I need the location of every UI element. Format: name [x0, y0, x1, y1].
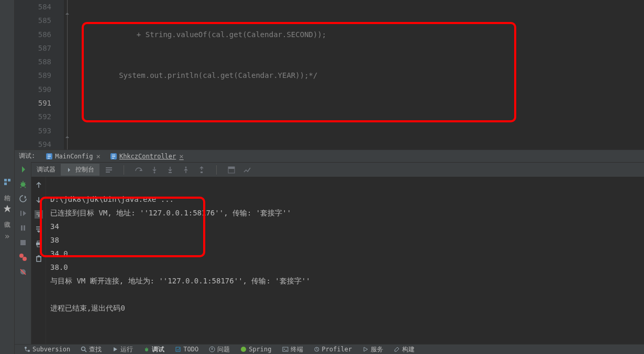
- tab-spring[interactable]: Spring: [235, 346, 276, 353]
- svg-point-24: [185, 166, 187, 168]
- tab-find[interactable]: 查找: [75, 345, 107, 354]
- svg-rect-21: [106, 172, 110, 173]
- close-icon[interactable]: ×: [96, 152, 100, 161]
- debug-tool-tabs: 调试: MainConfig × KhkczController ×: [15, 150, 644, 162]
- problems-icon: [209, 346, 215, 352]
- force-step-into-icon[interactable]: [166, 166, 174, 174]
- line-number: 588: [15, 55, 51, 68]
- code-text: + String.valueOf(cal.get(Calendar.SECOND…: [66, 30, 326, 39]
- step-into-icon[interactable]: [150, 166, 159, 174]
- terminal-icon: [282, 346, 288, 352]
- left-tool-sidebar: 结构 收藏 »: [0, 0, 15, 354]
- search-icon: [81, 346, 87, 352]
- view-breakpoints-icon[interactable]: [19, 253, 27, 261]
- svg-rect-14: [24, 225, 25, 231]
- resume-icon[interactable]: [19, 209, 27, 218]
- threads-icon[interactable]: [105, 166, 113, 174]
- bug-icon[interactable]: [19, 180, 27, 188]
- svg-rect-27: [228, 167, 235, 169]
- clear-icon[interactable]: [35, 254, 43, 262]
- run-to-cursor-icon[interactable]: [197, 166, 206, 174]
- code-text: [64, 110, 644, 123]
- rerun-icon[interactable]: [19, 165, 27, 174]
- svg-point-16: [19, 254, 24, 258]
- svg-rect-15: [20, 240, 26, 245]
- vcs-icon: [24, 346, 30, 352]
- step-over-icon[interactable]: [135, 166, 143, 174]
- console-line: 38.0: [50, 263, 68, 271]
- svg-rect-13: [21, 225, 23, 231]
- tab-debug[interactable]: 调试: [138, 345, 170, 354]
- tab-todo[interactable]: TODO: [170, 346, 204, 353]
- profiler-icon: [314, 346, 320, 352]
- debugger-tab[interactable]: 调试器: [31, 164, 61, 176]
- console-tab[interactable]: 控制台: [61, 164, 99, 176]
- evaluate-icon[interactable]: [227, 166, 236, 174]
- svg-rect-1: [8, 179, 10, 181]
- console-line: 进程已结束,退出代码0: [50, 304, 125, 312]
- print-icon[interactable]: [35, 239, 43, 248]
- scroll-to-end-icon[interactable]: [35, 225, 43, 233]
- console-icon: [66, 166, 73, 174]
- sidebar-more[interactable]: »: [5, 231, 10, 241]
- code-text: System.out.println(cal.get(Calendar.YEAR…: [66, 71, 317, 79]
- svg-rect-25: [201, 172, 203, 173]
- svg-rect-31: [37, 257, 41, 261]
- debug-action-toolbar: [15, 162, 31, 344]
- console-toolbar: [31, 177, 46, 344]
- services-icon: [362, 346, 369, 352]
- svg-rect-8: [112, 155, 115, 155]
- sidebar-structure[interactable]: 结构: [3, 178, 12, 190]
- soft-wrap-icon[interactable]: [35, 210, 43, 219]
- tab-profiler[interactable]: Profiler: [308, 346, 358, 353]
- svg-rect-5: [48, 156, 51, 157]
- tab-build[interactable]: 构建: [388, 345, 420, 354]
- console-output[interactable]: D:\jdk8\jdk\bin\java.exe ... 已连接到目标 VM, …: [46, 177, 644, 344]
- gutter: 584 585 586 587 588 589 590 591 592 593 …: [15, 0, 64, 150]
- line-number: 590: [15, 83, 51, 96]
- line-number: 584: [15, 0, 51, 14]
- line-number: 593: [15, 124, 51, 138]
- tab-problems[interactable]: 问题: [204, 345, 235, 354]
- svg-point-34: [82, 347, 85, 351]
- svg-rect-12: [20, 211, 21, 216]
- line-number: 587: [15, 41, 51, 55]
- svg-rect-20: [106, 169, 112, 170]
- console-line: 34: [50, 222, 59, 231]
- line-number: 591: [15, 96, 51, 110]
- line-number: 585: [15, 14, 51, 27]
- stop-icon[interactable]: [19, 238, 27, 247]
- line-number: 594: [15, 138, 51, 150]
- tab-services[interactable]: 服务: [357, 345, 388, 354]
- debug-tab-khkcz[interactable]: KhkczController ×: [107, 151, 187, 162]
- svg-rect-19: [106, 167, 112, 168]
- svg-rect-2: [4, 182, 7, 185]
- debug-label: 调试:: [19, 152, 35, 161]
- console-line: 与目标 VM 断开连接, 地址为: ''127.0.0.1:58176'', 传…: [50, 277, 310, 285]
- debug-step-toolbar: 调试器 控制台: [31, 162, 644, 177]
- svg-point-33: [28, 350, 30, 352]
- pause-icon[interactable]: [19, 224, 27, 232]
- tab-run[interactable]: 运行: [107, 345, 138, 354]
- step-out-icon[interactable]: [182, 166, 190, 174]
- code-area[interactable]: + String.valueOf(cal.get(Calendar.SECOND…: [64, 0, 644, 150]
- tab-terminal[interactable]: 终端: [277, 345, 308, 354]
- todo-icon: [175, 346, 181, 352]
- structure-icon: [3, 178, 12, 186]
- svg-rect-10: [112, 158, 114, 158]
- run-config-icon: [110, 153, 117, 160]
- modify-run-icon[interactable]: [19, 195, 27, 203]
- svg-rect-0: [4, 179, 7, 181]
- sidebar-favorites[interactable]: 收藏: [3, 204, 12, 216]
- mute-breakpoints-icon[interactable]: [19, 268, 27, 276]
- run-config-icon: [46, 153, 53, 160]
- editor[interactable]: 584 585 586 587 588 589 590 591 592 593 …: [15, 0, 644, 150]
- close-icon[interactable]: ×: [179, 152, 183, 161]
- up-icon[interactable]: [35, 181, 43, 189]
- bug-icon: [143, 346, 150, 352]
- tab-subversion[interactable]: Subversion: [19, 346, 75, 353]
- trace-icon[interactable]: [243, 166, 251, 174]
- down-icon[interactable]: [35, 196, 43, 204]
- svg-point-22: [154, 172, 156, 173]
- debug-tab-mainconfig[interactable]: MainConfig ×: [42, 151, 104, 162]
